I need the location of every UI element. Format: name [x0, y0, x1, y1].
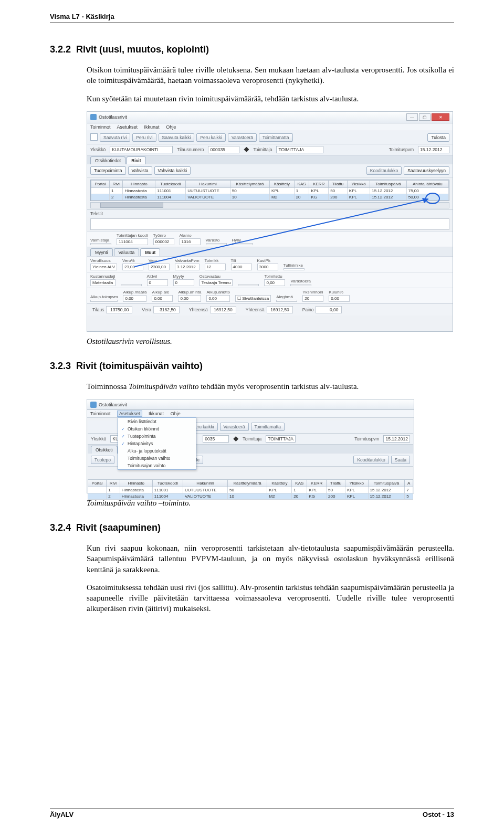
- column-header[interactable]: Käsittely: [267, 480, 292, 487]
- dropdown-asetukset[interactable]: Rivin lisätiedotOtsikon tiliöinnitTuotep…: [118, 417, 196, 470]
- column-header[interactable]: Hakunimi: [186, 180, 230, 187]
- dropdown-item[interactable]: Rivin lisätiedot: [118, 418, 196, 425]
- tab-rivit[interactable]: Rivit: [127, 156, 145, 164]
- field-value[interactable]: [276, 300, 297, 302]
- field-value[interactable]: [232, 243, 253, 245]
- tekstit-area[interactable]: [90, 218, 449, 230]
- column-header[interactable]: Rivi: [107, 480, 120, 487]
- column-header[interactable]: Toimituspäivä: [370, 180, 407, 187]
- tab-otsikkotiedot[interactable]: Otsikkotiedot: [90, 156, 125, 164]
- menu-item[interactable]: Asetukset: [117, 124, 138, 130]
- button-kooditaulukko[interactable]: Kooditaulukko: [353, 456, 388, 464]
- field-toimittaja[interactable]: TOIMITTAJA: [276, 146, 323, 153]
- field-value[interactable]: Yleinen ALV: [90, 264, 117, 270]
- toolbar-button[interactable]: Varastoerä: [228, 133, 257, 142]
- menu-item[interactable]: Ikkunat: [149, 411, 164, 416]
- toolbar-button[interactable]: Toimittamatta: [259, 133, 293, 142]
- table-row[interactable]: 1Hinnastosta111001UUTUUSTUOTE50KPL1KPL50…: [88, 487, 413, 493]
- field-tilausnumero[interactable]: 0035: [203, 435, 229, 443]
- menu-item[interactable]: Ohje: [171, 411, 181, 416]
- column-header[interactable]: Käsittely: [269, 180, 294, 187]
- field-value[interactable]: 0,00: [329, 295, 350, 302]
- button-saata[interactable]: Saata: [391, 456, 410, 464]
- column-header[interactable]: Ahinta,lähtövalu: [406, 180, 448, 187]
- toolbar-button-tulosta[interactable]: Tulosta: [427, 133, 449, 142]
- button[interactable]: Tuotepo: [91, 456, 114, 464]
- toolbar-button[interactable]: Varastoerä: [220, 423, 249, 431]
- field-value[interactable]: [284, 268, 304, 270]
- field-value[interactable]: 4000: [231, 264, 252, 270]
- field-value[interactable]: 3000: [257, 264, 278, 270]
- maximize-button[interactable]: ▢: [419, 113, 430, 121]
- field-value[interactable]: [238, 284, 259, 286]
- field-value[interactable]: 0: [173, 279, 194, 286]
- tab-myynti[interactable]: Myynti: [90, 248, 113, 256]
- column-header[interactable]: Portal: [91, 180, 110, 187]
- field-tilausnumero[interactable]: 000035: [208, 146, 239, 153]
- lookup-icon[interactable]: [233, 436, 238, 441]
- toolbar-button[interactable]: Saavuta rivi: [100, 133, 130, 142]
- button-kooditaulukko[interactable]: Kooditaulukko: [366, 166, 402, 175]
- button-vahvista-kaikki[interactable]: Vahvista kaikki: [154, 166, 191, 175]
- column-header[interactable]: Tuotekoodi: [155, 180, 186, 187]
- dropdown-item[interactable]: Hintapäivitys: [118, 440, 196, 447]
- menu-item[interactable]: Ikkunat: [144, 124, 160, 130]
- column-header[interactable]: Hakunimi: [183, 480, 228, 487]
- column-header[interactable]: Yksikkö: [347, 180, 370, 187]
- field-value[interactable]: Materiaalia: [90, 279, 116, 286]
- horizontal-scrollbar[interactable]: [90, 202, 449, 208]
- dropdown-item[interactable]: Toimituspäivän vaihto: [118, 455, 196, 462]
- field-value[interactable]: 20: [302, 295, 323, 302]
- button-tuotepoiminta[interactable]: Tuotepoiminta: [90, 166, 126, 175]
- field-value[interactable]: 3.12.2012: [175, 264, 200, 270]
- field-toimittaja[interactable]: TOIMITTAJA: [266, 435, 296, 443]
- menu-item[interactable]: Toiminnot: [90, 124, 111, 130]
- field-value[interactable]: 12: [205, 264, 226, 270]
- field-value[interactable]: [121, 284, 142, 286]
- column-header[interactable]: Käsittelymäärä: [228, 480, 267, 487]
- column-header[interactable]: Rivi: [109, 180, 123, 187]
- column-header[interactable]: Käsittelymäärä: [230, 180, 269, 187]
- column-header[interactable]: KERR: [309, 180, 329, 187]
- column-header[interactable]: A: [405, 480, 413, 487]
- field-value[interactable]: 0,00: [152, 295, 173, 302]
- menu-item-asetukset[interactable]: Asetukset: [117, 411, 142, 417]
- field-value[interactable]: 0: [147, 279, 168, 286]
- field-value[interactable]: 2300,00: [149, 264, 170, 270]
- tab-valuutta[interactable]: Valuutta: [114, 248, 140, 256]
- field-value[interactable]: 0,00: [264, 279, 285, 286]
- button-vahvista[interactable]: Vahvista: [128, 166, 152, 175]
- button-saatavuuskyselyyn[interactable]: Saatavuuskyselyyn: [404, 166, 449, 175]
- column-header[interactable]: KAS: [294, 180, 309, 187]
- toolbar-button[interactable]: Toimittamatta: [251, 423, 285, 431]
- menu-item[interactable]: Toiminnot: [90, 411, 111, 416]
- minimize-button[interactable]: —: [406, 113, 418, 121]
- table-row[interactable]: 2Hinnastosta111004VALIOTUOTE10M220KG200K…: [88, 493, 413, 500]
- toolbar-icon[interactable]: [90, 133, 98, 141]
- lookup-icon[interactable]: [244, 147, 249, 152]
- column-header[interactable]: Tilattu: [327, 480, 345, 487]
- toolbar-button[interactable]: Peru kaikki: [196, 133, 226, 142]
- dropdown-item[interactable]: Toimitusajan vaihto: [118, 462, 196, 469]
- field-yksikko[interactable]: KUUTAMOURAKOINTI: [110, 146, 173, 153]
- column-header[interactable]: KERR: [307, 480, 327, 487]
- column-header[interactable]: Hinnasto: [120, 480, 152, 487]
- field-value[interactable]: 1016: [180, 238, 201, 245]
- field-value[interactable]: 0,00: [178, 295, 201, 302]
- field-toimituspvm[interactable]: 15.12.2012: [383, 435, 410, 443]
- grid-tilausrivit[interactable]: PortalRiviHinnastoTuotekoodiHakunimiKäsi…: [90, 180, 449, 201]
- dropdown-item[interactable]: Alku- ja lopputekstit: [118, 447, 196, 455]
- field-value[interactable]: [290, 284, 311, 286]
- column-header[interactable]: Hinnasto: [123, 180, 155, 187]
- toolbar-button[interactable]: Peru rivi: [132, 133, 156, 142]
- column-header[interactable]: Portal: [88, 480, 107, 487]
- field-value[interactable]: [90, 243, 111, 245]
- column-header[interactable]: Tuotekoodi: [152, 480, 183, 487]
- dropdown-item[interactable]: Tuotepoiminta: [118, 433, 196, 440]
- field-value[interactable]: 0,00: [123, 295, 146, 302]
- field-value[interactable]: [90, 300, 118, 302]
- field-toimituspvm[interactable]: 15.12.2012: [418, 146, 449, 153]
- field-value[interactable]: 23,00: [122, 264, 143, 270]
- table-row[interactable]: 1Hinnastosta111001UUTUUSTUOTE50KPL1KPL50…: [91, 187, 449, 194]
- tab-otsikkotiedot[interactable]: Otsikkoti: [91, 446, 118, 454]
